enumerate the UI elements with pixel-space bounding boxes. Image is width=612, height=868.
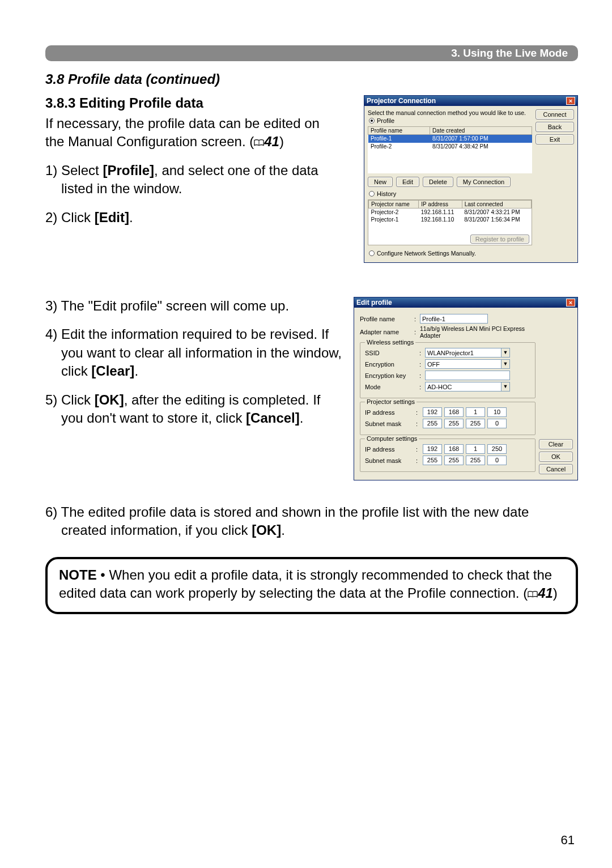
label-ip-address: IP address: [365, 446, 414, 453]
ip-octet-input[interactable]: 168: [444, 444, 464, 454]
ssid-select[interactable]: [425, 348, 510, 358]
col-ip-address: IP address: [419, 201, 462, 209]
step-3: 3) The "Edit profile" screen will come u…: [45, 297, 342, 315]
radio-manual-config[interactable]: Configure Network Settings Manually.: [369, 246, 532, 257]
book-icon: [254, 139, 264, 147]
note-box: NOTE • When you edit a profile data, it …: [45, 557, 578, 614]
register-to-profile-button[interactable]: Register to profile: [470, 235, 529, 244]
radio-icon: [369, 191, 375, 197]
table-row[interactable]: Projector-2 192.168.1.11 8/31/2007 4:33:…: [369, 209, 532, 216]
back-button[interactable]: Back: [536, 122, 574, 132]
encryption-select[interactable]: [425, 359, 510, 369]
step-6: 6) The edited profile data is stored and…: [45, 503, 578, 540]
ip-octet-input[interactable]: 1: [466, 444, 485, 454]
profile-name-input[interactable]: [420, 314, 488, 324]
chevron-down-icon[interactable]: ▼: [501, 360, 509, 368]
dialog-title-text: Projector Connection: [367, 97, 436, 105]
exit-button[interactable]: Exit: [536, 134, 574, 144]
projector-settings-group: Projector settings IP address: 192 168 1…: [360, 402, 536, 435]
ip-octet-input[interactable]: 250: [487, 444, 507, 454]
mask-octet-input[interactable]: 0: [487, 456, 507, 465]
mask-octet-input[interactable]: 255: [444, 456, 464, 465]
radio-icon: [369, 250, 375, 256]
heading-editing-profile-data: 3.8.3 Editing Profile data: [45, 95, 352, 111]
step-4: 4) Edit the information required to be r…: [45, 325, 342, 380]
chevron-down-icon[interactable]: ▼: [501, 382, 509, 391]
label-subnet-mask: Subnet mask: [365, 457, 414, 464]
mask-octet-input[interactable]: 0: [487, 419, 507, 428]
col-projector-name: Projector name: [369, 201, 419, 209]
cancel-button[interactable]: Cancel: [539, 464, 573, 474]
mask-octet-input[interactable]: 255: [423, 419, 442, 428]
label-subnet-mask: Subnet mask: [365, 420, 414, 427]
chevron-down-icon[interactable]: ▼: [501, 348, 509, 357]
intro-text-line1: If necessary, the profile data can be ed…: [45, 114, 352, 133]
ip-octet-input[interactable]: 1: [466, 407, 485, 417]
label-ip-address: IP address: [365, 409, 414, 416]
step-1: 1) Select [Profile], and select one of t…: [45, 161, 352, 198]
delete-button[interactable]: Delete: [423, 177, 453, 187]
col-last-connected: Last connected: [462, 201, 531, 209]
clear-button[interactable]: Clear: [539, 439, 573, 449]
computer-settings-group: Computer settings IP address: 192 168 1 …: [360, 439, 536, 472]
label-adapter-name: Adapter name: [360, 329, 414, 335]
my-connection-button[interactable]: My Connection: [457, 177, 511, 187]
ip-octet-input[interactable]: 192: [423, 407, 442, 417]
label-mode: Mode: [365, 384, 419, 390]
mask-octet-input[interactable]: 255: [466, 419, 485, 428]
wireless-settings-group: Wireless settings SSID : ▼ Encryptio: [360, 342, 536, 398]
label-profile-name: Profile name: [360, 316, 414, 322]
step-5: 5) Click [OK], after the editing is comp…: [45, 391, 342, 428]
edit-button[interactable]: Edit: [396, 177, 419, 187]
dialog-titlebar: Projector Connection ×: [364, 96, 577, 106]
ok-button[interactable]: OK: [539, 452, 573, 462]
encryption-key-input[interactable]: [425, 371, 510, 380]
ip-octet-input[interactable]: 10: [487, 407, 507, 417]
step-2: 2) Click [Edit].: [45, 209, 352, 227]
ip-octet-input[interactable]: 192: [423, 444, 442, 454]
ip-octet-input[interactable]: 168: [444, 407, 464, 417]
mask-octet-input[interactable]: 255: [423, 456, 442, 465]
page-number: 61: [561, 833, 575, 848]
adapter-name-value: 11a/b/g Wireless LAN Mini PCI Express Ad…: [420, 325, 536, 339]
col-profile-name: Profile name: [368, 127, 430, 135]
table-row[interactable]: Projector-1 192.168.1.10 8/31/2007 1:56:…: [369, 216, 532, 223]
profile-table[interactable]: Profile name Date created Profile-1 8/31…: [368, 126, 532, 173]
label-ssid: SSID: [365, 350, 419, 356]
col-date-created: Date created: [430, 127, 532, 135]
dialog-titlebar: Edit profile ×: [354, 297, 577, 308]
close-icon[interactable]: ×: [566, 299, 575, 307]
dialog-title-text: Edit profile: [356, 299, 392, 307]
label-encryption-key: Encryption key: [365, 372, 419, 379]
intro-text-line2: the Manual Configuration screen. (41): [45, 133, 352, 151]
subtitle: 3.8 Profile data (continued): [45, 71, 578, 87]
radio-profile[interactable]: Profile: [369, 117, 532, 124]
history-table[interactable]: Projector name IP address Last connected…: [368, 200, 532, 233]
instruction-text: Select the manual connection method you …: [368, 109, 532, 116]
table-row[interactable]: Profile-1 8/31/2007 1:57:00 PM: [368, 135, 532, 143]
note-label: NOTE: [59, 567, 97, 582]
connect-button[interactable]: Connect: [536, 109, 574, 120]
projector-connection-dialog: Projector Connection × Select the manual…: [364, 95, 578, 263]
table-row[interactable]: Profile-2 8/31/2007 4:38:42 PM: [368, 143, 532, 151]
book-icon: [528, 590, 538, 598]
radio-history[interactable]: History: [369, 190, 532, 197]
mask-octet-input[interactable]: 255: [466, 456, 485, 465]
radio-icon: [369, 118, 375, 124]
mode-select[interactable]: [425, 382, 510, 392]
section-bar: 3. Using the Live Mode: [45, 45, 578, 61]
new-button[interactable]: New: [368, 177, 393, 187]
edit-profile-dialog: Edit profile × Profile name : Adapter na…: [354, 297, 578, 480]
mask-octet-input[interactable]: 255: [444, 419, 464, 428]
label-encryption: Encryption: [365, 361, 419, 368]
close-icon[interactable]: ×: [566, 97, 575, 105]
